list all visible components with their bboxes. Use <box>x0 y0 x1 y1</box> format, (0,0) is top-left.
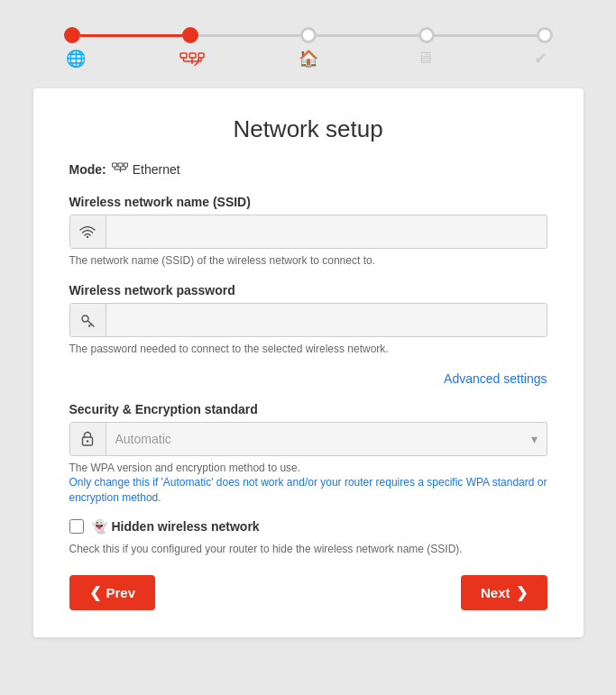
step-2-icon-item <box>174 49 210 70</box>
step-1-circle <box>64 27 80 43</box>
prev-button[interactable]: ❮ Prev <box>69 575 156 610</box>
monitor-icon: 🖥 <box>417 49 433 68</box>
advanced-settings-link[interactable]: Advanced settings <box>69 371 547 386</box>
network-wifi-icon <box>179 49 205 70</box>
security-select[interactable]: Automatic WPA2 WPA3 WPA2/WPA3 <box>106 432 547 446</box>
ssid-hint: The network name (SSID) of the wireless … <box>69 253 547 269</box>
wifi-icon <box>70 215 106 248</box>
svg-rect-10 <box>124 163 127 167</box>
ssid-input[interactable] <box>106 224 547 239</box>
step-5-circle <box>537 27 553 43</box>
step-1-icon-item: 🌐 <box>58 49 94 70</box>
ssid-input-row <box>69 215 547 249</box>
password-input[interactable] <box>106 313 547 327</box>
hidden-network-row: 👻 Hidden wireless network <box>69 518 547 535</box>
security-hint: The WPA version and encryption method to… <box>69 461 547 506</box>
next-button[interactable]: Next ❯ <box>461 575 547 610</box>
hidden-network-label: Hidden wireless network <box>112 519 260 534</box>
chevron-left-icon: ❮ <box>89 584 101 601</box>
button-row: ❮ Prev Next ❯ <box>69 575 547 610</box>
hidden-network-hint: Check this if you configured your router… <box>69 542 547 557</box>
ethernet-mode-icon <box>112 161 128 177</box>
progress-bar: 🌐 🏠 <box>56 27 561 70</box>
security-label: Security & Encryption standard <box>69 402 547 416</box>
step-line-1 <box>80 34 182 37</box>
mode-row: Mode: Ethernet <box>69 161 547 177</box>
step-3-circle <box>300 27 317 43</box>
security-select-row: Automatic WPA2 WPA3 WPA2/WPA3 ▾ <box>69 422 547 456</box>
check-icon: ✔ <box>534 49 547 69</box>
step-3-icon-item: 🏠 <box>290 49 326 70</box>
svg-point-22 <box>87 440 89 443</box>
svg-rect-1 <box>189 53 196 58</box>
svg-rect-9 <box>118 163 123 167</box>
svg-rect-8 <box>112 163 116 167</box>
step-2-circle <box>182 27 198 43</box>
globe-icon: 🌐 <box>66 49 86 69</box>
step-5-icon-item: ✔ <box>523 49 559 70</box>
mode-label: Mode: <box>69 162 106 177</box>
step-4-circle <box>418 27 435 43</box>
mode-value: Ethernet <box>133 162 180 177</box>
step-line-3 <box>317 34 418 37</box>
router-icon: 🏠 <box>299 49 318 69</box>
password-label: Wireless network password <box>69 283 547 297</box>
step-line-4 <box>435 34 537 37</box>
svg-point-16 <box>87 236 88 238</box>
svg-rect-2 <box>198 53 204 58</box>
ssid-label: Wireless network name (SSID) <box>69 195 547 209</box>
svg-rect-0 <box>180 53 187 58</box>
chevron-right-icon: ❯ <box>516 584 528 601</box>
main-card: Network setup Mode: Ethernet Wireless ne… <box>33 88 584 637</box>
password-input-row <box>69 303 547 337</box>
step-4-icon-item: 🖥 <box>407 49 443 70</box>
lock-icon <box>70 423 106 455</box>
page-title: Network setup <box>69 115 547 143</box>
hidden-network-checkbox[interactable] <box>69 519 84 534</box>
ghost-icon: 👻 <box>91 518 108 535</box>
password-hint: The password needed to connect to the se… <box>69 342 547 357</box>
step-line-2 <box>198 34 300 37</box>
key-icon <box>70 304 106 336</box>
